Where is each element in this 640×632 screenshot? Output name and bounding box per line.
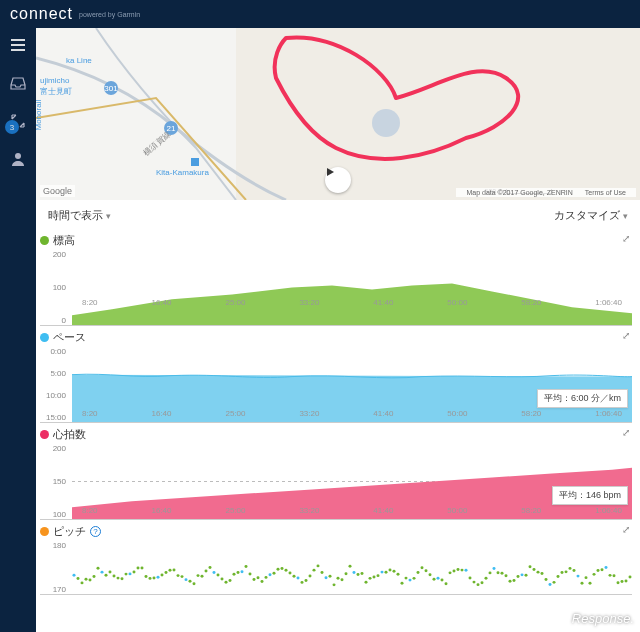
svg-point-149 — [629, 576, 632, 579]
y-axis: 0:005:0010:0015:00 — [40, 347, 70, 422]
svg-point-64 — [289, 572, 292, 575]
svg-point-140 — [593, 573, 596, 576]
svg-point-99 — [429, 573, 432, 576]
svg-point-147 — [621, 580, 624, 583]
svg-point-67 — [301, 581, 304, 584]
menu-icon[interactable] — [9, 36, 27, 54]
expand-icon[interactable]: 3 — [9, 112, 27, 130]
brand-tagline: powered by Garmin — [79, 11, 140, 18]
svg-point-48 — [225, 581, 228, 584]
svg-point-132 — [561, 571, 564, 574]
svg-point-82 — [361, 572, 364, 575]
svg-point-114 — [489, 571, 492, 574]
expand-icon[interactable]: ⤢ — [622, 233, 630, 244]
customize-dropdown[interactable]: カスタマイズ — [554, 208, 628, 223]
svg-point-73 — [325, 576, 328, 579]
inbox-icon[interactable] — [9, 74, 27, 92]
plot-area[interactable] — [72, 347, 632, 422]
svg-point-84 — [369, 577, 372, 580]
svg-point-42 — [201, 575, 204, 578]
svg-point-3 — [372, 109, 400, 137]
svg-point-66 — [297, 577, 300, 580]
svg-point-58 — [265, 576, 268, 579]
svg-point-93 — [405, 577, 408, 580]
svg-point-106 — [457, 568, 460, 571]
expand-icon[interactable]: ⤢ — [622, 330, 630, 341]
svg-point-19 — [109, 571, 112, 574]
svg-point-59 — [269, 573, 272, 576]
svg-point-77 — [341, 578, 344, 581]
svg-point-60 — [273, 572, 276, 575]
main-content: 301 21 横須賀線 Kita-Kamakura Monorail ka Li… — [36, 28, 640, 632]
svg-point-47 — [221, 578, 224, 581]
svg-point-86 — [377, 574, 380, 577]
svg-point-107 — [461, 569, 464, 572]
svg-point-124 — [529, 565, 532, 568]
play-icon — [325, 167, 335, 177]
expand-icon[interactable]: ⤢ — [622, 427, 630, 438]
svg-rect-8 — [191, 158, 199, 166]
expand-icon[interactable]: ⤢ — [622, 524, 630, 535]
svg-point-131 — [557, 575, 560, 578]
svg-point-89 — [389, 568, 392, 571]
help-icon[interactable]: ? — [90, 526, 101, 537]
svg-point-142 — [601, 568, 604, 571]
map-label-line: ka Line — [66, 56, 92, 65]
terms-link[interactable]: Terms of Use — [585, 189, 626, 196]
svg-point-121 — [517, 575, 520, 578]
svg-point-122 — [521, 573, 524, 576]
svg-point-126 — [537, 571, 540, 574]
activity-map[interactable]: 301 21 横須賀線 Kita-Kamakura Monorail ka Li… — [36, 28, 640, 200]
avg-hr-label: 平均：146 bpm — [552, 486, 628, 505]
svg-point-97 — [421, 566, 424, 569]
svg-point-108 — [465, 569, 468, 572]
display-mode-dropdown[interactable]: 時間で表示 — [48, 208, 111, 223]
svg-point-0 — [15, 153, 21, 159]
plot-area[interactable] — [72, 444, 632, 519]
svg-point-41 — [197, 574, 200, 577]
svg-point-83 — [365, 581, 368, 584]
svg-point-35 — [173, 569, 176, 572]
svg-point-102 — [441, 578, 444, 581]
svg-point-98 — [425, 569, 428, 572]
svg-point-115 — [493, 567, 496, 570]
svg-point-52 — [241, 570, 244, 573]
svg-point-110 — [473, 581, 476, 584]
svg-point-137 — [581, 582, 584, 585]
svg-point-18 — [105, 574, 108, 577]
map-attribution: Map data ©2017 Google, ZENRINTerms of Us… — [456, 188, 636, 197]
svg-point-75 — [333, 583, 336, 586]
svg-point-36 — [177, 574, 180, 577]
svg-point-70 — [313, 569, 316, 572]
svg-point-11 — [77, 577, 80, 580]
svg-point-88 — [385, 571, 388, 574]
play-button[interactable] — [325, 167, 351, 193]
svg-point-29 — [149, 577, 152, 580]
svg-point-26 — [137, 566, 140, 569]
svg-point-22 — [121, 577, 124, 580]
svg-point-12 — [81, 581, 84, 584]
svg-point-78 — [345, 572, 348, 575]
svg-point-15 — [93, 575, 96, 578]
svg-point-130 — [553, 581, 556, 584]
svg-point-45 — [213, 571, 216, 574]
plot-area[interactable] — [72, 541, 632, 594]
svg-point-14 — [89, 578, 92, 581]
svg-point-80 — [353, 571, 356, 574]
elevation-dot-icon — [40, 236, 49, 245]
chart-title-label: 標高 — [53, 233, 75, 248]
map-label-station: Kita-Kamakura — [156, 168, 209, 177]
svg-point-139 — [589, 582, 592, 585]
svg-point-17 — [101, 571, 104, 574]
user-icon[interactable] — [9, 150, 27, 168]
svg-point-71 — [317, 564, 320, 567]
svg-point-30 — [153, 577, 156, 580]
chart-controls: 時間で表示 カスタマイズ — [36, 200, 640, 231]
plot-area[interactable] — [72, 250, 632, 325]
svg-point-23 — [125, 573, 128, 576]
chart-elevation: 標高 ⤢ 2001000 8:2016:4025:0033:2041:4050:… — [40, 231, 632, 326]
chart-title-label: 心拍数 — [53, 427, 86, 442]
svg-point-34 — [169, 569, 172, 572]
svg-point-105 — [453, 570, 456, 573]
svg-point-76 — [337, 577, 340, 580]
